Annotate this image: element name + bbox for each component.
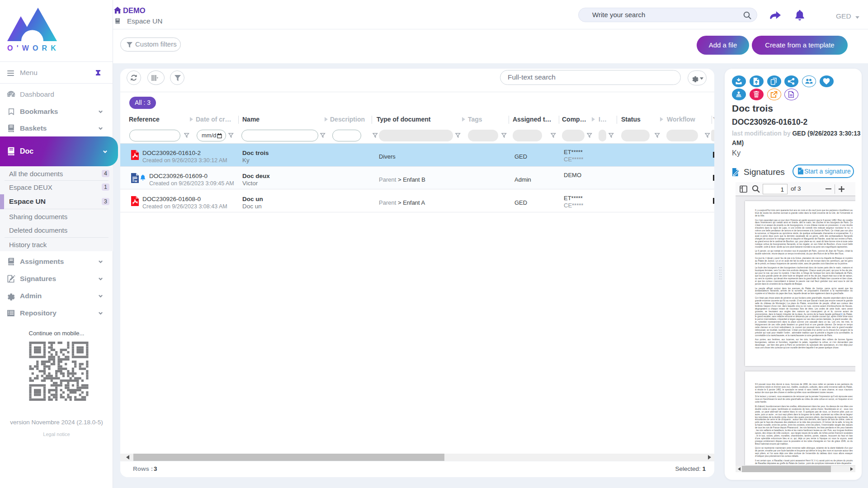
svg-text:O'WORK: O'WORK <box>7 44 60 52</box>
svg-text:w: w <box>134 179 137 183</box>
